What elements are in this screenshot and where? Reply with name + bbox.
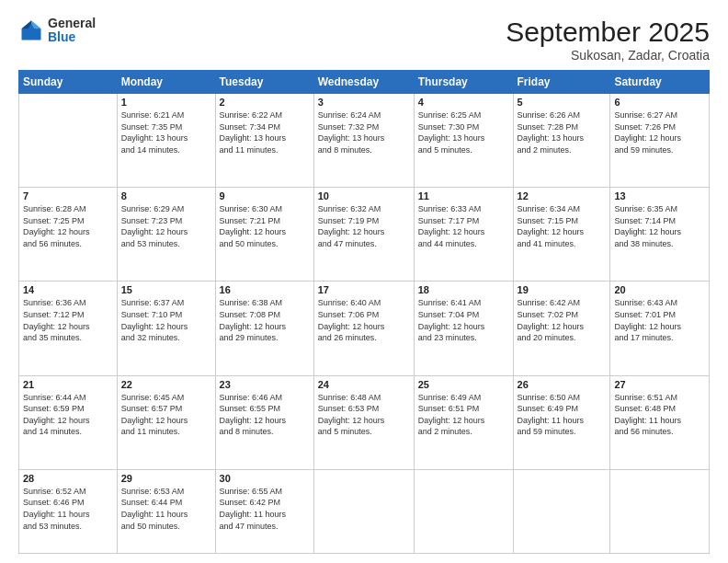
- day-number: 29: [121, 473, 211, 484]
- day-number: 27: [614, 379, 705, 390]
- day-number: 6: [614, 97, 705, 108]
- day-info: Sunrise: 6:30 AM Sunset: 7:21 PM Dayligh…: [220, 203, 310, 249]
- day-info: Sunrise: 6:38 AM Sunset: 7:08 PM Dayligh…: [220, 297, 310, 343]
- day-info: Sunrise: 6:45 AM Sunset: 6:57 PM Dayligh…: [121, 392, 211, 438]
- calendar-cell: 5Sunrise: 6:26 AM Sunset: 7:28 PM Daylig…: [513, 94, 610, 188]
- calendar-cell: 11Sunrise: 6:33 AM Sunset: 7:17 PM Dayli…: [414, 188, 513, 282]
- calendar-cell: 23Sunrise: 6:46 AM Sunset: 6:55 PM Dayli…: [215, 375, 313, 469]
- calendar-cell: 4Sunrise: 6:25 AM Sunset: 7:30 PM Daylig…: [414, 94, 513, 188]
- logo-text: General Blue: [48, 17, 96, 45]
- day-info: Sunrise: 6:46 AM Sunset: 6:55 PM Dayligh…: [220, 392, 310, 438]
- day-info: Sunrise: 6:42 AM Sunset: 7:02 PM Dayligh…: [518, 297, 607, 343]
- col-header-saturday: Saturday: [610, 71, 710, 94]
- day-info: Sunrise: 6:35 AM Sunset: 7:14 PM Dayligh…: [614, 203, 705, 249]
- day-number: 23: [220, 379, 310, 390]
- calendar-cell: 12Sunrise: 6:34 AM Sunset: 7:15 PM Dayli…: [513, 188, 610, 282]
- day-number: 8: [121, 190, 211, 201]
- calendar-cell: 20Sunrise: 6:43 AM Sunset: 7:01 PM Dayli…: [610, 282, 710, 375]
- day-info: Sunrise: 6:29 AM Sunset: 7:23 PM Dayligh…: [121, 203, 211, 249]
- calendar-table: SundayMondayTuesdayWednesdayThursdayFrid…: [18, 70, 710, 554]
- header: General Blue September 2025 Sukosan, Zad…: [18, 17, 710, 63]
- day-info: Sunrise: 6:41 AM Sunset: 7:04 PM Dayligh…: [418, 297, 509, 343]
- calendar-cell: 2Sunrise: 6:22 AM Sunset: 7:34 PM Daylig…: [215, 94, 313, 188]
- calendar-cell: 13Sunrise: 6:35 AM Sunset: 7:14 PM Dayli…: [610, 188, 710, 282]
- calendar-cell: 17Sunrise: 6:40 AM Sunset: 7:06 PM Dayli…: [313, 282, 414, 375]
- day-number: 2: [220, 97, 310, 108]
- day-info: Sunrise: 6:40 AM Sunset: 7:06 PM Dayligh…: [318, 297, 410, 343]
- day-info: Sunrise: 6:34 AM Sunset: 7:15 PM Dayligh…: [518, 203, 607, 249]
- day-number: 26: [518, 379, 607, 390]
- week-row-1: 1Sunrise: 6:21 AM Sunset: 7:35 PM Daylig…: [19, 94, 710, 188]
- calendar-cell: [610, 469, 710, 553]
- day-info: Sunrise: 6:53 AM Sunset: 6:44 PM Dayligh…: [121, 486, 211, 532]
- logo-blue-text: Blue: [48, 30, 96, 44]
- day-number: 18: [418, 284, 509, 295]
- day-info: Sunrise: 6:21 AM Sunset: 7:35 PM Dayligh…: [121, 109, 211, 155]
- col-header-thursday: Thursday: [414, 71, 513, 94]
- day-info: Sunrise: 6:37 AM Sunset: 7:10 PM Dayligh…: [121, 297, 211, 343]
- calendar-cell: 19Sunrise: 6:42 AM Sunset: 7:02 PM Dayli…: [513, 282, 610, 375]
- col-header-sunday: Sunday: [19, 71, 118, 94]
- month-title: September 2025: [506, 17, 710, 48]
- day-info: Sunrise: 6:43 AM Sunset: 7:01 PM Dayligh…: [614, 297, 705, 343]
- day-number: 4: [418, 97, 509, 108]
- location: Sukosan, Zadar, Croatia: [506, 48, 710, 63]
- calendar-header-row: SundayMondayTuesdayWednesdayThursdayFrid…: [19, 71, 710, 94]
- day-number: 22: [121, 379, 211, 390]
- logo-general-text: General: [48, 17, 96, 30]
- calendar-cell: [414, 469, 513, 553]
- day-info: Sunrise: 6:28 AM Sunset: 7:25 PM Dayligh…: [23, 203, 113, 249]
- day-number: 5: [518, 97, 607, 108]
- day-number: 16: [220, 284, 310, 295]
- calendar-cell: 14Sunrise: 6:36 AM Sunset: 7:12 PM Dayli…: [19, 282, 118, 375]
- day-number: 9: [220, 190, 310, 201]
- calendar-cell: 8Sunrise: 6:29 AM Sunset: 7:23 PM Daylig…: [117, 188, 215, 282]
- week-row-5: 28Sunrise: 6:52 AM Sunset: 6:46 PM Dayli…: [19, 469, 710, 553]
- day-number: 24: [318, 379, 410, 390]
- day-number: 10: [318, 190, 410, 201]
- calendar-cell: 3Sunrise: 6:24 AM Sunset: 7:32 PM Daylig…: [313, 94, 414, 188]
- day-info: Sunrise: 6:50 AM Sunset: 6:49 PM Dayligh…: [518, 392, 607, 438]
- col-header-monday: Monday: [117, 71, 215, 94]
- calendar-cell: 26Sunrise: 6:50 AM Sunset: 6:49 PM Dayli…: [513, 375, 610, 469]
- day-info: Sunrise: 6:48 AM Sunset: 6:53 PM Dayligh…: [318, 392, 410, 438]
- day-info: Sunrise: 6:55 AM Sunset: 6:42 PM Dayligh…: [220, 486, 310, 532]
- calendar-cell: 21Sunrise: 6:44 AM Sunset: 6:59 PM Dayli…: [19, 375, 118, 469]
- day-info: Sunrise: 6:25 AM Sunset: 7:30 PM Dayligh…: [418, 109, 509, 155]
- logo: General Blue: [18, 17, 96, 45]
- day-number: 20: [614, 284, 705, 295]
- day-number: 28: [23, 473, 113, 484]
- day-number: 25: [418, 379, 509, 390]
- day-number: 19: [518, 284, 607, 295]
- day-number: 13: [614, 190, 705, 201]
- calendar-cell: 27Sunrise: 6:51 AM Sunset: 6:48 PM Dayli…: [610, 375, 710, 469]
- calendar-cell: 22Sunrise: 6:45 AM Sunset: 6:57 PM Dayli…: [117, 375, 215, 469]
- calendar-cell: 1Sunrise: 6:21 AM Sunset: 7:35 PM Daylig…: [117, 94, 215, 188]
- col-header-friday: Friday: [513, 71, 610, 94]
- week-row-2: 7Sunrise: 6:28 AM Sunset: 7:25 PM Daylig…: [19, 188, 710, 282]
- day-info: Sunrise: 6:33 AM Sunset: 7:17 PM Dayligh…: [418, 203, 509, 249]
- calendar-cell: [313, 469, 414, 553]
- day-info: Sunrise: 6:22 AM Sunset: 7:34 PM Dayligh…: [220, 109, 310, 155]
- day-number: 17: [318, 284, 410, 295]
- week-row-4: 21Sunrise: 6:44 AM Sunset: 6:59 PM Dayli…: [19, 375, 710, 469]
- week-row-3: 14Sunrise: 6:36 AM Sunset: 7:12 PM Dayli…: [19, 282, 710, 375]
- calendar-cell: 16Sunrise: 6:38 AM Sunset: 7:08 PM Dayli…: [215, 282, 313, 375]
- day-info: Sunrise: 6:52 AM Sunset: 6:46 PM Dayligh…: [23, 486, 113, 532]
- calendar-cell: 6Sunrise: 6:27 AM Sunset: 7:26 PM Daylig…: [610, 94, 710, 188]
- calendar-cell: 29Sunrise: 6:53 AM Sunset: 6:44 PM Dayli…: [117, 469, 215, 553]
- day-info: Sunrise: 6:24 AM Sunset: 7:32 PM Dayligh…: [318, 109, 410, 155]
- calendar-cell: 10Sunrise: 6:32 AM Sunset: 7:19 PM Dayli…: [313, 188, 414, 282]
- calendar-cell: 28Sunrise: 6:52 AM Sunset: 6:46 PM Dayli…: [19, 469, 118, 553]
- day-number: 30: [220, 473, 310, 484]
- day-info: Sunrise: 6:51 AM Sunset: 6:48 PM Dayligh…: [614, 392, 705, 438]
- calendar-cell: [19, 94, 118, 188]
- day-number: 7: [23, 190, 113, 201]
- day-number: 14: [23, 284, 113, 295]
- day-info: Sunrise: 6:36 AM Sunset: 7:12 PM Dayligh…: [23, 297, 113, 343]
- title-block: September 2025 Sukosan, Zadar, Croatia: [506, 17, 710, 63]
- day-info: Sunrise: 6:27 AM Sunset: 7:26 PM Dayligh…: [614, 109, 705, 155]
- day-number: 3: [318, 97, 410, 108]
- calendar-cell: [513, 469, 610, 553]
- day-number: 21: [23, 379, 113, 390]
